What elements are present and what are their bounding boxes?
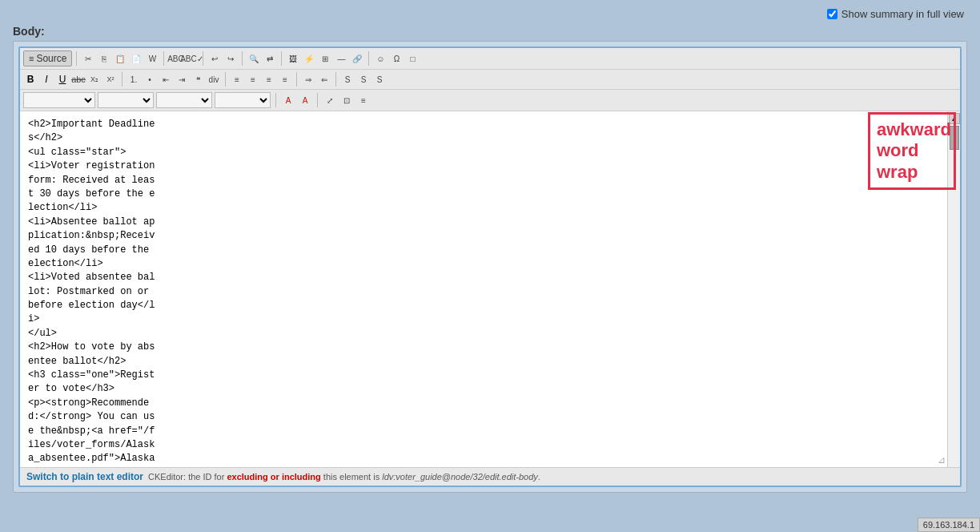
styles-icon[interactable]: S bbox=[340, 72, 355, 87]
redo-icon[interactable]: ↪ bbox=[223, 51, 238, 66]
unordered-list-icon[interactable]: • bbox=[143, 72, 157, 87]
annotation-box: awkwardwordwrap bbox=[868, 112, 956, 190]
hline-icon[interactable]: ― bbox=[334, 51, 348, 66]
format-select[interactable]: Paragraph Heading 1 Heading 2 bbox=[23, 92, 95, 108]
toolbar-row-2: B I U abc X₂ X² 1. • ⇤ ⇥ ❝ div ≡ ≡ ≡ ≡ ⇒ bbox=[20, 70, 960, 90]
switch-to-plain-text-link[interactable]: Switch to plain text editor bbox=[26, 471, 143, 482]
align-left-icon[interactable]: ≡ bbox=[230, 72, 244, 87]
font-select[interactable] bbox=[98, 92, 154, 108]
indent-icon[interactable]: ⇥ bbox=[175, 72, 189, 87]
ordered-list-icon[interactable]: 1. bbox=[127, 72, 141, 87]
special-chars-icon[interactable]: Ω bbox=[389, 51, 404, 66]
cut-icon[interactable]: ✂ bbox=[81, 51, 95, 66]
toolbar-sep-10 bbox=[335, 72, 336, 87]
smileys-icon[interactable]: ☺ bbox=[373, 51, 388, 66]
iframe-icon[interactable]: □ bbox=[405, 51, 420, 66]
about-icon[interactable]: ≡ bbox=[356, 93, 371, 107]
spellcheck2-icon[interactable]: ABC✓ bbox=[184, 51, 199, 66]
image-icon[interactable]: 🖼 bbox=[286, 51, 300, 66]
style-select[interactable] bbox=[215, 92, 271, 108]
flash-icon[interactable]: ⚡ bbox=[302, 51, 316, 66]
show-blocks-icon[interactable]: ⊡ bbox=[339, 93, 354, 107]
div-icon[interactable]: div bbox=[207, 72, 221, 87]
toolbar-sep-2 bbox=[163, 51, 164, 66]
undo-icon[interactable]: ↩ bbox=[207, 51, 222, 66]
body-label: Body: bbox=[13, 25, 967, 38]
bottom-bar: Switch to plain text editor CKEditor: th… bbox=[20, 467, 960, 486]
subscript-icon[interactable]: X₂ bbox=[87, 72, 102, 87]
paste-icon[interactable]: 📋 bbox=[113, 51, 127, 66]
align-right-icon[interactable]: ≡ bbox=[262, 72, 276, 87]
editor-inner: ≡ Source ✂ ⎘ 📋 📄 W ABC ABC✓ ↩ ↪ 🔍 ⇄ � bbox=[18, 46, 962, 487]
align-justify-icon[interactable]: ≡ bbox=[278, 72, 292, 87]
toolbar-sep-11 bbox=[275, 93, 276, 107]
toolbar-sep-3 bbox=[203, 51, 203, 66]
toolbar-sep-5 bbox=[281, 51, 282, 66]
font-color-icon[interactable]: A bbox=[281, 93, 295, 107]
toolbar-sep-9 bbox=[296, 72, 297, 87]
ip-badge: 69.163.184.1 bbox=[918, 518, 980, 532]
align-center-icon[interactable]: ≡ bbox=[246, 72, 260, 87]
toolbar-sep-1 bbox=[76, 51, 77, 66]
paste-text-icon[interactable]: 📄 bbox=[129, 51, 143, 66]
toolbar-row-3: Paragraph Heading 1 Heading 2 A A ⤢ bbox=[20, 90, 960, 111]
strikethrough-icon[interactable]: abc bbox=[71, 72, 86, 87]
annotation-text: awkwardwordwrap bbox=[877, 119, 947, 183]
copy-icon[interactable]: ⎘ bbox=[97, 51, 111, 66]
toolbar-sep-4 bbox=[242, 51, 243, 66]
editor-wrapper: ≡ Source ✂ ⎘ 📋 📄 W ABC ABC✓ ↩ ↪ 🔍 ⇄ � bbox=[13, 41, 967, 493]
toolbar-sep-6 bbox=[368, 51, 369, 66]
styles2-icon[interactable]: S bbox=[356, 72, 371, 87]
text-direction-ltr-icon[interactable]: ⇒ bbox=[301, 72, 315, 87]
source-button[interactable]: ≡ Source bbox=[23, 50, 72, 66]
outdent-icon[interactable]: ⇤ bbox=[159, 72, 173, 87]
blockquote-icon[interactable]: ❝ bbox=[191, 72, 205, 87]
paste-word-icon[interactable]: W bbox=[145, 51, 159, 66]
underline-button[interactable]: U bbox=[55, 72, 70, 87]
toolbar-sep-12 bbox=[317, 93, 318, 107]
superscript-icon[interactable]: X² bbox=[103, 72, 118, 87]
italic-button[interactable]: I bbox=[39, 72, 54, 87]
resize-handle[interactable]: ⊿ bbox=[938, 454, 946, 466]
link-icon[interactable]: 🔗 bbox=[350, 51, 364, 66]
show-summary-checkbox[interactable] bbox=[827, 9, 837, 19]
text-direction-rtl-icon[interactable]: ⇐ bbox=[317, 72, 331, 87]
size-select[interactable] bbox=[156, 92, 212, 108]
maximize-icon[interactable]: ⤢ bbox=[323, 93, 337, 107]
code-editor[interactable]: <h2>Important Deadlines</h2> <ul class="… bbox=[20, 111, 164, 464]
bg-color-icon[interactable]: A bbox=[298, 93, 312, 107]
toolbar-row-1: ≡ Source ✂ ⎘ 📋 📄 W ABC ABC✓ ↩ ↪ 🔍 ⇄ � bbox=[20, 48, 960, 70]
replace-icon[interactable]: ⇄ bbox=[263, 51, 277, 66]
find-icon[interactable]: 🔍 bbox=[247, 51, 261, 66]
styles3-icon[interactable]: S bbox=[372, 72, 387, 87]
show-summary-label: Show summary in full view bbox=[827, 8, 964, 20]
editor-content-area: <h2>Important Deadlines</h2> <ul class="… bbox=[20, 111, 960, 467]
source-icon: ≡ bbox=[29, 54, 34, 63]
table-icon[interactable]: ⊞ bbox=[318, 51, 332, 66]
ckeditor-note: CKEditor: the ID for excluding or includ… bbox=[148, 472, 540, 482]
toolbar-sep-8 bbox=[225, 72, 226, 87]
bold-button[interactable]: B bbox=[23, 72, 38, 87]
toolbar-sep-7 bbox=[122, 72, 122, 87]
